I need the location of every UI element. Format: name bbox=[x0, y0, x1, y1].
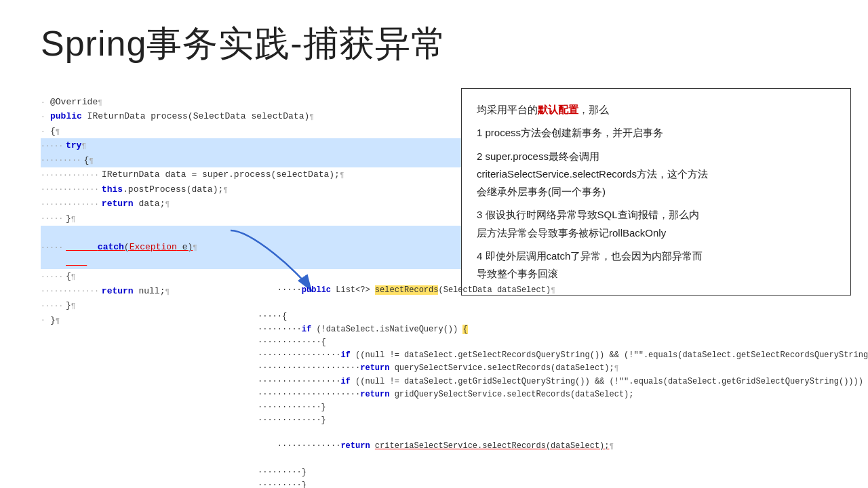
code-line-try: ····· try¶ bbox=[41, 138, 481, 152]
bottom-line-5: ·················if ((null != dataSelect… bbox=[258, 349, 854, 362]
bottom-line-6: ·····················return querySelectS… bbox=[258, 362, 854, 375]
tooltip-point3: 3 假设执行时网络异常导致SQL查询报错，那么内层方法异常会导致事务被标记rol… bbox=[477, 206, 835, 242]
bottom-line-12: ·········} bbox=[258, 466, 854, 479]
tooltip-bold-red: 默认配置 bbox=[538, 104, 578, 115]
tooltip-point1: 1 process方法会创建新事务，并开启事务 bbox=[477, 124, 835, 142]
bottom-line-11: ·············return criteriaSelectServic… bbox=[258, 427, 854, 466]
bottom-code-block: ·····public List<?> selectRecords(Select… bbox=[258, 271, 854, 488]
code-line-3: · {¶ bbox=[41, 124, 481, 138]
code-line-data: ············· IReturnData data = super.p… bbox=[41, 167, 481, 182]
code-line-return-data: ············· return data;¶ bbox=[41, 197, 481, 211]
bottom-line-1: ·····public List<?> selectRecords(Select… bbox=[258, 271, 854, 310]
annotation-box: 均采用平台的默认配置，那么 1 process方法会创建新事务，并开启事务 2 … bbox=[461, 88, 851, 296]
bottom-line-3: ·········if (!dataSelect.isNativeQuery()… bbox=[258, 323, 854, 336]
return-criteria: criteriaSelectService.selectRecords(data… bbox=[375, 441, 610, 451]
bottom-line-13: ·········} bbox=[258, 479, 854, 488]
code-line-catch: ····· catch(Exception e) ¶ bbox=[41, 226, 481, 269]
bottom-line-10: ·············} bbox=[258, 414, 854, 427]
code-line-post: ············· this.postProcess(data);¶ bbox=[41, 182, 481, 197]
bottom-line-9: ·············} bbox=[258, 401, 854, 414]
tooltip-point2: 2 super.process最终会调用criteriaSelectServic… bbox=[477, 148, 835, 201]
code-line-try-open: ········· {¶ bbox=[41, 153, 481, 167]
code-line-2: · public IReturnData process(SelectData … bbox=[41, 109, 481, 123]
bottom-line-7: ·················if ((null != dataSelect… bbox=[258, 375, 854, 388]
tooltip-line-intro: 均采用平台的默认配置，那么 bbox=[477, 101, 835, 119]
code-line-1: · @Override¶ bbox=[41, 95, 481, 109]
method-highlight: selectRecords bbox=[375, 285, 439, 295]
bottom-line-8: ·····················return gridQuerySel… bbox=[258, 388, 854, 401]
bottom-line-4: ·············{ bbox=[258, 336, 854, 349]
page-title: Spring事务实践-捕获异常 bbox=[41, 20, 447, 68]
code-line-try-close: ····· }¶ bbox=[41, 211, 481, 226]
bottom-line-2: ·····{ bbox=[258, 310, 854, 323]
